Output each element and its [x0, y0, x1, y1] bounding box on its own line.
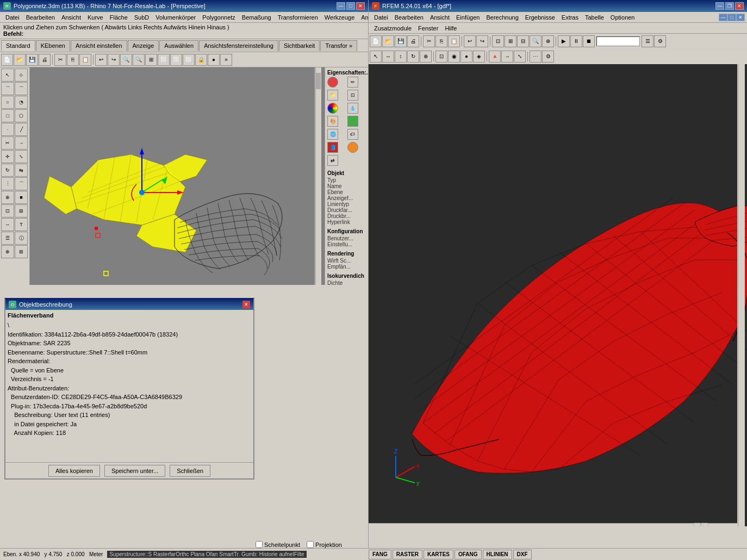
menu-volumenkoerper[interactable]: Volumenkörper	[152, 14, 199, 21]
dialog-save-btn[interactable]: Speichern unter...	[104, 465, 165, 477]
rfem-tb3[interactable]: 💾	[395, 35, 407, 47]
rfem-menu-ansicht[interactable]: Ansicht	[427, 14, 453, 21]
rfem-tb22[interactable]: ↕	[395, 51, 407, 63]
menu-werkzeuge[interactable]: Werkzeuge	[321, 14, 358, 21]
tab-ansichtsfenster[interactable]: Ansichtsfenstereinstellung	[199, 40, 278, 51]
rfem-tb25[interactable]: ⊡	[435, 51, 447, 63]
tab-kebenen[interactable]: KEbenen	[36, 40, 70, 51]
tb-print[interactable]: 🖨	[39, 54, 51, 66]
tool-rotate[interactable]: ↻	[1, 164, 14, 177]
tool-snap[interactable]: ⊕	[1, 245, 14, 258]
rfem-menu-berechnung[interactable]: Berechnung	[483, 14, 521, 21]
tb-copy[interactable]: ⎘	[67, 54, 79, 66]
prop-icon-green-sq[interactable]	[347, 116, 358, 127]
tb-paste[interactable]: 📋	[79, 54, 91, 66]
rhino-maximize-btn[interactable]: □	[346, 2, 355, 10]
tool-text[interactable]: T	[15, 218, 28, 231]
tool-pt[interactable]: ·	[1, 123, 14, 136]
prop-icon-color-circle[interactable]	[327, 103, 338, 114]
menu-kurve[interactable]: Kurve	[84, 14, 107, 21]
rfem-tb10[interactable]: ⊡	[492, 35, 504, 47]
tool-layer[interactable]: ☰	[1, 232, 14, 245]
rfem-search-box[interactable]	[596, 36, 640, 46]
dialog-close-btn2[interactable]: Schließen	[170, 465, 210, 477]
rfem-menu-extras[interactable]: Extras	[558, 14, 582, 21]
tool-curve2[interactable]: ⌒	[15, 82, 28, 95]
rfem-restore-btn[interactable]: ❐	[725, 2, 734, 10]
tab-auswaehlen[interactable]: Auswählen	[159, 40, 198, 51]
rfem-tb20[interactable]: ↖	[370, 51, 382, 63]
rfem-status-ofang[interactable]: OFANG	[455, 550, 482, 559]
menu-bemaszung[interactable]: Bemaßung	[239, 14, 275, 21]
prop-icon-transfer[interactable]: ⇄	[327, 155, 338, 166]
rfem-tb7[interactable]: 📋	[448, 35, 460, 47]
rfem-menu-zusatz[interactable]: Zusatzmodule	[371, 24, 415, 32]
tb-circle[interactable]: ●	[208, 54, 220, 66]
tb-undo[interactable]: ↩	[95, 54, 107, 66]
rfem-tb17[interactable]: ⏹	[583, 35, 595, 47]
tool-surface[interactable]: ⊡	[1, 204, 14, 217]
rfem-status-raster[interactable]: RASTER	[393, 550, 422, 559]
tool-rect[interactable]: □	[1, 109, 14, 122]
rfem-menu-ergebnisse[interactable]: Ergebnisse	[522, 14, 558, 21]
tb-view3[interactable]: ⬜	[183, 54, 195, 66]
rfem-tb13[interactable]: 🔍	[530, 35, 541, 47]
tb-zoom-out[interactable]: 🔍	[133, 54, 145, 66]
tab-sichtbarkeit[interactable]: Sichtbarkeit	[279, 40, 320, 51]
rfem-menu-einfuegen[interactable]: Einfügen	[453, 14, 483, 21]
prop-icon-display[interactable]: ⊡	[347, 90, 358, 101]
tool-trim[interactable]: ✂	[1, 136, 14, 150]
menu-datei[interactable]: Datei	[2, 14, 23, 21]
menu-ansicht[interactable]: Ansicht	[58, 14, 84, 21]
prop-icon-red-circle[interactable]	[327, 77, 338, 88]
menu-bearbeiten[interactable]: Bearbeiten	[23, 14, 58, 21]
tb-more[interactable]: »	[220, 54, 232, 66]
tool-props[interactable]: ⓘ	[15, 232, 28, 245]
prop-icon-pencil[interactable]: ✏	[347, 77, 358, 88]
checkbox-projektion[interactable]: Projektion	[307, 541, 342, 548]
tool-move[interactable]: ✛	[1, 150, 14, 163]
rfem-menu-tabelle[interactable]: Tabelle	[582, 14, 607, 21]
tool-dim[interactable]: ↔	[1, 218, 14, 231]
rfem-tb31[interactable]: ⤡	[514, 51, 526, 63]
menu-flaeche[interactable]: Fläche	[107, 14, 131, 21]
prop-icon-render[interactable]: 🎨	[327, 116, 338, 127]
rfem-tb21[interactable]: ↔	[382, 51, 394, 63]
prop-icon-globe[interactable]: 🌐	[327, 129, 338, 140]
tb-new[interactable]: 📄	[1, 54, 13, 66]
tb-cut[interactable]: ✂	[54, 54, 66, 66]
tool-select[interactable]: ↖	[1, 69, 14, 82]
prop-icon-red-book[interactable]: 📘	[327, 142, 338, 153]
rfem-tb27[interactable]: ●	[460, 51, 472, 63]
rhino-close-btn[interactable]: ✕	[356, 2, 365, 10]
prop-icon-orange[interactable]	[347, 142, 358, 153]
tool-scale[interactable]: ⤡	[15, 150, 28, 163]
rfem-tb18[interactable]: ☰	[642, 35, 653, 47]
menu-subd[interactable]: SubD	[131, 14, 153, 21]
rfem-status-hlinien[interactable]: HLINIEN	[483, 550, 512, 559]
rfem-tb30[interactable]: →	[501, 51, 513, 63]
tool-mirror[interactable]: ⇆	[15, 164, 28, 177]
tb-zoom-in[interactable]: 🔍	[120, 54, 132, 66]
tool-fillet[interactable]: ⌒	[15, 177, 28, 190]
rfem-tb1[interactable]: 📄	[370, 35, 382, 47]
rfem-tb2[interactable]: 📂	[382, 35, 394, 47]
rfem-tb11[interactable]: ⊞	[505, 35, 516, 47]
rfem-tb16[interactable]: ⏸	[570, 35, 582, 47]
rfem-menu-bearbeiten[interactable]: Bearbeiten	[391, 14, 427, 21]
rfem-menu-datei[interactable]: Datei	[371, 14, 391, 21]
tb-redo[interactable]: ↪	[108, 54, 120, 66]
checkbox-schnittkpt[interactable]: Scheitelpunkt	[256, 541, 300, 548]
tool-solid[interactable]: ■	[15, 191, 28, 204]
tab-transfor[interactable]: Transfor »	[320, 40, 357, 51]
dialog-body[interactable]: \ Identifikation: 3384a112-2b6a-49df-b85…	[8, 321, 251, 446]
tb-view2[interactable]: ⬜	[170, 54, 182, 66]
rfem-tb12[interactable]: ⊟	[517, 35, 529, 47]
tool-circle[interactable]: ○	[1, 96, 14, 109]
prop-icon-dropper[interactable]: 💧	[347, 103, 358, 114]
rfem-tb4[interactable]: 🖨	[407, 35, 419, 47]
rfem-tb23[interactable]: ↻	[407, 51, 419, 63]
rfem-menu-optionen[interactable]: Optionen	[607, 14, 638, 21]
tool-mesh[interactable]: ⊞	[15, 204, 28, 217]
tool-select2[interactable]: ⊹	[15, 69, 28, 82]
